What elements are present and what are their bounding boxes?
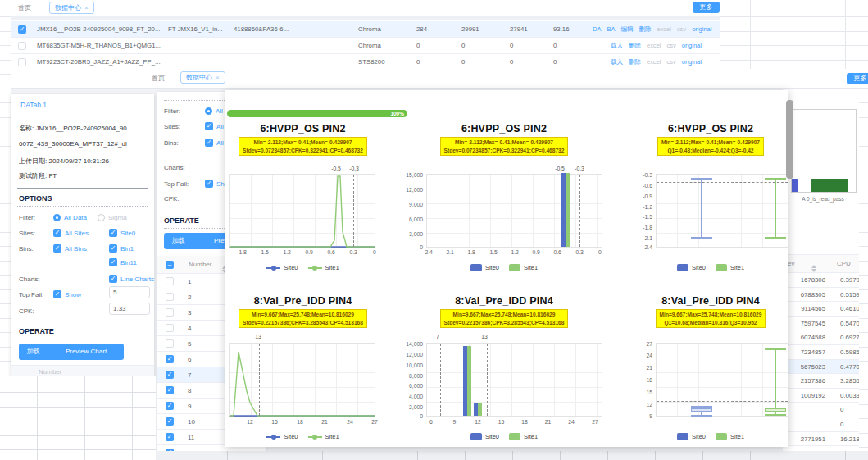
preview-chart-button[interactable]: Preview Chart <box>48 344 124 360</box>
legend-site1[interactable]: Site1 <box>325 264 339 271</box>
legend-site0[interactable]: Site0 <box>485 264 499 271</box>
load-button[interactable]: 加载 <box>19 344 48 360</box>
legend-site1[interactable]: Site1 <box>524 433 538 440</box>
y-tick: 0 <box>420 413 423 419</box>
action-excel[interactable]: excel <box>647 58 661 66</box>
tab-datab1[interactable]: DATab 1 <box>20 101 47 109</box>
cell-cpu: 0 <box>840 421 843 428</box>
legend-site1[interactable]: Site1 <box>325 433 339 440</box>
action-csv[interactable]: csv <box>667 58 676 66</box>
action-ba[interactable]: BA <box>607 25 615 34</box>
checkbox-site0[interactable]: Site0 <box>109 228 135 238</box>
row-checkbox[interactable] <box>18 25 26 34</box>
action-edit[interactable]: 编辑 <box>620 25 633 34</box>
action-delete[interactable]: 删除 <box>639 25 651 34</box>
bins-label: Bins: <box>19 245 34 253</box>
more-button-1[interactable]: 更多 <box>693 2 720 13</box>
limit-line <box>259 344 260 416</box>
bins-label: Bins: <box>164 139 179 147</box>
table-row[interactable]: MT9223CT-20BR5_JAZZ_A1+JAZZ_PP_... STS82… <box>11 54 720 71</box>
action-original[interactable]: original <box>682 42 702 50</box>
legend-site0[interactable]: Site0 <box>692 433 706 440</box>
table-row[interactable]: MT6835GT-M5H-R_THANOS_B1+QMG1... Chroma … <box>11 38 720 54</box>
legend-site1[interactable]: Site1 <box>730 264 744 271</box>
col-number[interactable]: Number <box>189 261 211 268</box>
checkbox-show[interactable]: Show <box>53 289 81 299</box>
chart-annotation: Min=-2.112;Max=-0.41;Mean=-0.429907 Q1=-… <box>657 137 764 156</box>
limit-label: -0.5 <box>331 166 341 171</box>
checkbox-bin1[interactable]: Bin1 <box>109 244 134 253</box>
tab-data-center-2[interactable]: 数据中心 × <box>180 71 225 84</box>
legend-site0[interactable]: Site0 <box>485 433 499 440</box>
cell-count: 0 <box>510 42 513 49</box>
y-tick: 4,000 <box>409 394 423 399</box>
row-checkbox[interactable] <box>18 58 26 66</box>
row-checkbox[interactable] <box>166 417 174 426</box>
action-delete[interactable]: 删除 <box>629 42 641 50</box>
row-checkbox[interactable] <box>166 293 174 301</box>
action-csv[interactable]: csv <box>677 25 686 34</box>
close-icon[interactable]: × <box>216 74 220 81</box>
y-axis: 27 24 21 18 15 12 9 <box>633 343 654 417</box>
cell-number: 1 <box>188 278 191 285</box>
row-checkbox[interactable] <box>166 433 174 441</box>
annotation-line2: Stdev=0.07234857;CPK=0.322941;CP=0.46873… <box>243 147 363 155</box>
tab-home-2[interactable]: 首页 <box>152 74 165 83</box>
legend-site1[interactable]: Site1 <box>524 264 538 271</box>
row-checkbox[interactable] <box>166 355 174 363</box>
x-tick: -0.6 <box>325 249 335 255</box>
checkbox-bin11[interactable]: Bin11 <box>109 257 137 267</box>
sort-icon[interactable] <box>811 265 817 272</box>
row-checkbox[interactable] <box>166 308 174 317</box>
checkbox-line-charts[interactable]: Line Charts <box>109 274 154 284</box>
table-row[interactable]: JMX16__PO2B-240925004_9098_FT_20... FT-J… <box>11 21 720 38</box>
action-load[interactable]: 载入 <box>611 42 623 50</box>
checkbox-all-bins[interactable]: All Bins <box>53 244 87 253</box>
action-load[interactable]: 载入 <box>611 58 623 66</box>
action-delete[interactable]: 删除 <box>629 58 641 66</box>
radio-all-data[interactable]: All Data <box>53 212 87 222</box>
legend-site0[interactable]: Site0 <box>284 433 298 440</box>
row-checkbox[interactable] <box>166 371 174 379</box>
row-checkbox[interactable] <box>166 324 174 332</box>
row-checkbox[interactable] <box>18 42 26 50</box>
y-tick: 12,000 <box>406 351 423 357</box>
action-original[interactable]: original <box>682 58 702 66</box>
row-checkbox[interactable] <box>166 339 174 348</box>
x-tick: 15 <box>271 419 278 425</box>
legend-site0[interactable]: Site0 <box>284 264 298 271</box>
chart-annotation: Min=-2.112;Max=-0.41;Mean=-0.429907 Stde… <box>440 137 569 156</box>
radio-sigma[interactable]: Sigma <box>98 212 127 222</box>
legend: Site0 Site1 <box>402 264 607 271</box>
tab-home-1[interactable]: 首页 <box>18 3 31 12</box>
row-checkbox[interactable] <box>166 386 174 394</box>
tab-data-center-1[interactable]: 数据中心 × <box>49 2 94 14</box>
load-button[interactable]: 加载 <box>164 233 193 249</box>
action-original[interactable]: original <box>692 25 711 34</box>
checkbox-all-sites[interactable]: All Sites <box>53 228 89 238</box>
action-csv[interactable]: csv <box>667 42 676 50</box>
action-excel[interactable]: excel <box>647 42 661 50</box>
plot-area <box>229 343 375 417</box>
cpk-input[interactable]: 1.33 <box>109 303 150 315</box>
close-icon[interactable]: × <box>84 4 89 11</box>
action-da[interactable]: DA <box>593 25 601 34</box>
plot-area <box>229 174 375 248</box>
col-cpu[interactable]: CPU <box>837 260 851 267</box>
legend-site1[interactable]: Site1 <box>730 433 744 440</box>
vertical-scrollbar[interactable] <box>786 100 793 179</box>
x-tick: -0.6 <box>552 249 561 255</box>
chart-idd-histogram: 8:Val_Pre_IDD PIN4 Min=9.667;Max=25.748;… <box>402 295 607 447</box>
row-checkbox[interactable] <box>166 402 174 410</box>
topfail-input[interactable]: 5 <box>109 286 150 298</box>
checkbox-icon <box>53 229 61 237</box>
legend: Site0 Site1 <box>633 264 788 271</box>
screen: 首页 数据中心 × 更多 JMX16__PO2B-240925004_9098_… <box>0 0 868 460</box>
cell-number: 8 <box>188 387 191 394</box>
bar-site0 <box>792 179 798 192</box>
legend-site0[interactable]: Site0 <box>692 264 706 271</box>
row-checkbox[interactable] <box>166 277 174 285</box>
more-button-2[interactable]: 更多 <box>847 73 868 84</box>
select-all-checkbox[interactable] <box>166 261 174 269</box>
action-excel[interactable]: excel <box>657 25 671 34</box>
